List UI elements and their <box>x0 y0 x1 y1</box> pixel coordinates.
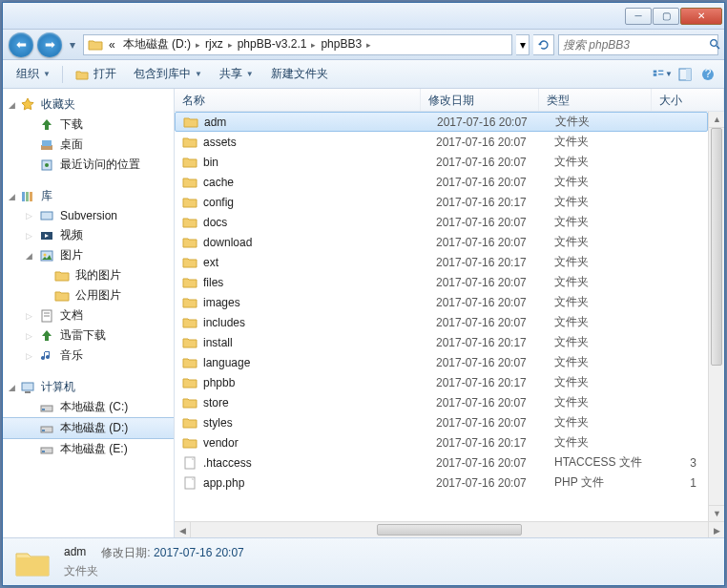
nav-item[interactable]: ▷视频 <box>3 225 174 245</box>
scroll-up-icon[interactable]: ▲ <box>709 112 724 128</box>
breadcrumb-item[interactable]: phpBB-v3.2.1 <box>234 37 311 51</box>
file-type: 文件夹 <box>555 114 668 130</box>
scroll-down-icon[interactable]: ▼ <box>709 505 724 521</box>
navigation-pane[interactable]: ◢ 收藏夹 下载桌面最近访问的位置 ◢ 库 ▷Subversion▷视频◢图片我… <box>3 89 175 537</box>
details-date-label: 修改日期: <box>101 546 150 559</box>
file-row[interactable]: includes2017-07-16 20:07文件夹 <box>175 312 708 332</box>
file-row[interactable]: cache2017-07-16 20:07文件夹 <box>175 172 708 192</box>
include-button[interactable]: 包含到库中▼ <box>126 63 210 85</box>
share-button[interactable]: 共享▼ <box>212 63 261 85</box>
file-row[interactable]: bin2017-07-16 20:07文件夹 <box>175 152 708 172</box>
chevron-right-icon[interactable]: ▸ <box>195 40 201 50</box>
file-date: 2017-07-16 20:07 <box>436 456 554 470</box>
file-date: 2017-07-16 20:07 <box>436 356 554 369</box>
scroll-thumb[interactable] <box>711 128 722 366</box>
open-button[interactable]: 打开 <box>67 63 124 85</box>
close-button[interactable]: ✕ <box>680 8 722 25</box>
file-row[interactable]: install2017-07-16 20:17文件夹 <box>175 332 708 352</box>
file-row[interactable]: docs2017-07-16 20:07文件夹 <box>175 212 708 232</box>
nav-item[interactable]: 我的图片 <box>3 265 174 285</box>
titlebar[interactable]: ─ ▢ ✕ <box>3 3 724 30</box>
file-type: 文件夹 <box>554 274 667 290</box>
nav-computer[interactable]: ◢ 计算机 <box>3 377 174 397</box>
file-name: cache <box>203 176 436 189</box>
file-name: images <box>203 296 436 309</box>
refresh-button[interactable] <box>533 34 554 55</box>
search-input[interactable] <box>563 38 707 52</box>
file-name: bin <box>203 156 436 169</box>
scroll-thumb[interactable] <box>377 524 522 536</box>
column-date[interactable]: 修改日期 <box>421 89 539 111</box>
breadcrumb-item[interactable]: 本地磁盘 (D:) <box>119 37 195 51</box>
file-row[interactable]: download2017-07-16 20:07文件夹 <box>175 232 708 252</box>
nav-favorites[interactable]: ◢ 收藏夹 <box>3 94 174 115</box>
search-box[interactable] <box>558 34 718 55</box>
nav-item[interactable]: 最近访问的位置 <box>3 155 174 175</box>
nav-item[interactable]: ▷迅雷下载 <box>3 326 174 346</box>
computer-icon <box>20 380 35 395</box>
search-icon[interactable] <box>707 37 722 52</box>
column-size[interactable]: 大小 <box>652 89 724 111</box>
file-type: 文件夹 <box>554 214 667 230</box>
file-name: language <box>203 356 436 369</box>
preview-pane-button[interactable] <box>675 64 696 85</box>
file-row[interactable]: adm2017-07-16 20:07文件夹 <box>175 112 708 132</box>
file-row[interactable]: styles2017-07-16 20:07文件夹 <box>175 412 708 432</box>
breadcrumb-prefix[interactable]: « <box>105 38 119 52</box>
file-type: 文件夹 <box>554 374 667 390</box>
help-button[interactable]: ? <box>697 64 718 85</box>
file-row[interactable]: images2017-07-16 20:07文件夹 <box>175 292 708 312</box>
file-size: 1 <box>667 476 708 490</box>
svg-point-21 <box>44 253 47 256</box>
file-row[interactable]: app.php2017-07-16 20:07PHP 文件1 <box>175 472 708 493</box>
file-row[interactable]: store2017-07-16 20:07文件夹 <box>175 392 708 412</box>
file-row[interactable]: files2017-07-16 20:07文件夹 <box>175 272 708 292</box>
nav-item-label: 公用图片 <box>75 287 121 304</box>
file-row[interactable]: vendor2017-07-16 20:17文件夹 <box>175 432 708 452</box>
nav-history-dropdown[interactable]: ▾ <box>66 34 79 55</box>
forward-button[interactable]: ➡ <box>37 32 62 57</box>
file-name: phpbb <box>203 376 436 389</box>
breadcrumb-item[interactable]: phpBB3 <box>317 37 365 51</box>
nav-item[interactable]: 本地磁盘 (E:) <box>3 439 174 459</box>
file-row[interactable]: config2017-07-16 20:17文件夹 <box>175 192 708 212</box>
nav-item[interactable]: ◢图片 <box>3 245 174 265</box>
nav-item[interactable]: 本地磁盘 (D:) <box>3 417 174 439</box>
file-row[interactable]: language2017-07-16 20:07文件夹 <box>175 352 708 372</box>
breadcrumb[interactable]: « 本地磁盘 (D:)▸rjxz▸phpBB-v3.2.1▸phpBB3 ▸ <box>83 34 512 55</box>
minimize-button[interactable]: ─ <box>625 8 652 25</box>
view-button[interactable]: ▼ <box>652 64 673 85</box>
nav-libraries[interactable]: ◢ 库 <box>3 186 174 206</box>
nav-item[interactable]: 下载 <box>3 115 174 135</box>
file-row[interactable]: phpbb2017-07-16 20:17文件夹 <box>175 372 708 392</box>
svg-rect-5 <box>658 74 663 74</box>
svg-rect-25 <box>22 383 33 390</box>
file-row[interactable]: ext2017-07-16 20:17文件夹 <box>175 252 708 272</box>
nav-item[interactable]: 本地磁盘 (C:) <box>3 397 174 417</box>
newfolder-button[interactable]: 新建文件夹 <box>263 63 336 85</box>
maximize-button[interactable]: ▢ <box>653 8 679 25</box>
nav-item[interactable]: ▷Subversion <box>3 206 174 225</box>
breadcrumb-item[interactable]: rjxz <box>201 37 227 51</box>
back-button[interactable]: ⬅ <box>9 32 33 57</box>
scroll-right-icon[interactable]: ▶ <box>708 522 724 537</box>
nav-item[interactable]: ▷音乐 <box>3 346 174 366</box>
nav-item[interactable]: ▷文档 <box>3 305 174 326</box>
file-row[interactable]: assets2017-07-16 20:07文件夹 <box>175 132 708 152</box>
chevron-right-icon[interactable]: ▸ <box>227 40 234 50</box>
nav-item[interactable]: 公用图片 <box>3 285 174 305</box>
breadcrumb-dropdown[interactable]: ▾ <box>516 34 530 55</box>
chevron-right-icon[interactable]: ▸ <box>365 40 372 50</box>
file-row[interactable]: .htaccess2017-07-16 20:07HTACCESS 文件3 <box>175 452 708 472</box>
drive-icon <box>39 421 54 436</box>
nav-item[interactable]: 桌面 <box>3 135 174 155</box>
column-type[interactable]: 类型 <box>539 89 652 111</box>
column-name[interactable]: 名称 <box>175 89 421 111</box>
scroll-left-icon[interactable]: ◀ <box>175 522 191 537</box>
organize-button[interactable]: 组织▼ <box>9 63 58 85</box>
horizontal-scrollbar[interactable]: ◀ ▶ <box>175 521 724 537</box>
vertical-scrollbar[interactable]: ▲ ▼ <box>708 112 724 521</box>
file-list[interactable]: adm2017-07-16 20:07文件夹assets2017-07-16 2… <box>175 112 724 521</box>
folder-icon <box>182 295 197 310</box>
svg-line-1 <box>717 46 719 49</box>
